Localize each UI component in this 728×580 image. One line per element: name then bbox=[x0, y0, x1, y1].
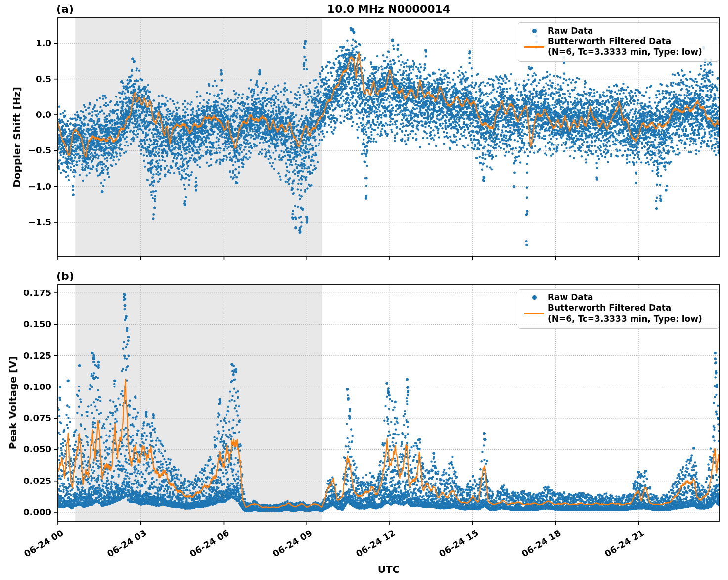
panel-a-y-axis-label: Doppler Shift [Hz] bbox=[11, 87, 23, 188]
y-tick-label: −1.0 bbox=[4, 181, 51, 192]
legend-filtered-label: Butterworth Filtered Data bbox=[548, 36, 671, 46]
legend-panel-b: Raw Data Butterworth Filtered Data (N=6,… bbox=[518, 289, 719, 329]
legend-raw-label: Raw Data bbox=[548, 26, 715, 36]
raw-data-marker-icon bbox=[532, 295, 537, 300]
y-tick-label: −0.5 bbox=[4, 145, 51, 155]
panel-b-y-axis-label: Peak Voltage [V] bbox=[7, 356, 19, 450]
y-tick-label: 0.000 bbox=[4, 507, 51, 517]
legend-entry-raw: Raw Data bbox=[520, 292, 715, 303]
y-tick-label: 0.5 bbox=[4, 74, 51, 84]
legend-entry-raw: Raw Data bbox=[520, 26, 715, 36]
x-axis-label: UTC bbox=[58, 563, 720, 575]
y-tick-label: 0.100 bbox=[4, 382, 51, 392]
legend-entry-filtered: Butterworth Filtered Data (N=6, Tc=3.333… bbox=[520, 36, 715, 57]
legend-filtered-label: Butterworth Filtered Data bbox=[548, 303, 671, 313]
y-tick-label: −1.5 bbox=[4, 217, 51, 227]
panel-b-tag: (b) bbox=[56, 270, 74, 282]
filtered-line-marker-icon bbox=[524, 46, 544, 48]
y-tick-label: 0.150 bbox=[4, 319, 51, 329]
y-tick-label: 0.0 bbox=[4, 109, 51, 120]
y-tick-label: 0.125 bbox=[4, 350, 51, 361]
y-tick-label: 0.175 bbox=[4, 288, 51, 298]
figure-title: 10.0 MHz N0000014 bbox=[58, 3, 720, 15]
legend-entry-filtered: Butterworth Filtered Data (N=6, Tc=3.333… bbox=[520, 303, 715, 324]
y-tick-label: 1.0 bbox=[4, 38, 51, 48]
legend-filtered-sublabel: (N=6, Tc=3.3333 min, Type: low) bbox=[548, 314, 702, 324]
y-tick-label: 0.025 bbox=[4, 476, 51, 486]
y-tick-label: 0.075 bbox=[4, 413, 51, 423]
legend-filtered-sublabel: (N=6, Tc=3.3333 min, Type: low) bbox=[548, 47, 702, 57]
filtered-line-marker-icon bbox=[524, 313, 544, 314]
y-tick-label: 0.050 bbox=[4, 444, 51, 455]
legend-panel-a: Raw Data Butterworth Filtered Data (N=6,… bbox=[518, 22, 719, 62]
raw-data-marker-icon bbox=[532, 29, 537, 33]
legend-raw-label: Raw Data bbox=[548, 292, 715, 303]
